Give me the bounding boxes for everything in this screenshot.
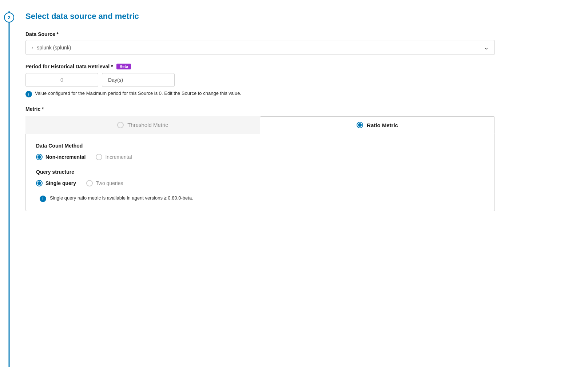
metric-content-box: Data Count Method Non-incremental Increm… bbox=[25, 134, 495, 211]
data-source-value: splunk (splunk) bbox=[37, 45, 71, 51]
data-count-method-group: Non-incremental Incremental bbox=[36, 154, 484, 160]
period-number-input[interactable] bbox=[25, 73, 98, 87]
data-source-section: Data Source * › splunk (splunk) ⌄ bbox=[25, 31, 495, 55]
query-structure-group: Single query Two queries bbox=[36, 180, 484, 186]
period-info-text: Value configured for the Maximum period … bbox=[35, 91, 241, 96]
two-queries-option[interactable]: Two queries bbox=[86, 180, 123, 186]
step-circle: 2 bbox=[4, 12, 14, 23]
period-label: Period for Historical Data Retrieval * bbox=[25, 64, 113, 69]
period-info-row: i Value configured for the Maximum perio… bbox=[25, 91, 495, 97]
query-info-icon: i bbox=[40, 196, 46, 202]
period-info-icon: i bbox=[25, 91, 32, 97]
vertical-line bbox=[9, 11, 10, 367]
single-query-option[interactable]: Single query bbox=[36, 180, 76, 186]
tab-ratio-metric[interactable]: Ratio Metric bbox=[260, 116, 495, 134]
splunk-chevron-icon: › bbox=[32, 45, 33, 50]
left-rail: 2 bbox=[0, 11, 18, 367]
incremental-option[interactable]: Incremental bbox=[96, 154, 132, 160]
section-title: Select data source and metric bbox=[25, 11, 495, 21]
ratio-radio-inner bbox=[358, 123, 362, 127]
threshold-radio-outer bbox=[117, 122, 124, 128]
data-count-method-title: Data Count Method bbox=[36, 143, 484, 149]
main-content: Select data source and metric Data Sourc… bbox=[18, 11, 509, 367]
dropdown-chevron-icon: ⌄ bbox=[484, 44, 489, 51]
single-query-radio-outer bbox=[36, 180, 43, 186]
metric-label: Metric * bbox=[25, 106, 495, 112]
query-info-text: Single query ratio metric is available i… bbox=[50, 195, 193, 201]
metric-tabs: Threshold Metric Ratio Metric bbox=[25, 116, 495, 134]
data-source-select[interactable]: › splunk (splunk) ⌄ bbox=[25, 40, 495, 55]
period-header: Period for Historical Data Retrieval * B… bbox=[25, 64, 495, 69]
single-query-label: Single query bbox=[45, 180, 76, 186]
threshold-tab-label: Threshold Metric bbox=[127, 122, 168, 128]
period-inputs bbox=[25, 73, 495, 87]
select-box-left: › splunk (splunk) bbox=[32, 45, 71, 51]
query-info-row: i Single query ratio metric is available… bbox=[36, 195, 484, 202]
two-queries-label: Two queries bbox=[96, 180, 123, 186]
ratio-radio-outer bbox=[357, 122, 363, 128]
metric-section: Metric * Threshold Metric Ratio Metric bbox=[25, 106, 495, 211]
tab-threshold-metric[interactable]: Threshold Metric bbox=[25, 116, 260, 134]
period-unit-input[interactable] bbox=[102, 73, 175, 87]
non-incremental-radio-outer bbox=[36, 154, 43, 160]
beta-badge: Beta bbox=[116, 64, 131, 69]
two-queries-radio-outer bbox=[86, 180, 93, 186]
query-structure-title: Query structure bbox=[36, 169, 484, 175]
period-section: Period for Historical Data Retrieval * B… bbox=[25, 64, 495, 97]
ratio-tab-label: Ratio Metric bbox=[367, 122, 398, 128]
single-query-radio-inner bbox=[37, 181, 41, 185]
non-incremental-option[interactable]: Non-incremental bbox=[36, 154, 86, 160]
page-wrapper: 2 Select data source and metric Data Sou… bbox=[0, 0, 588, 378]
non-incremental-radio-inner bbox=[37, 155, 41, 159]
data-source-label: Data Source * bbox=[25, 31, 495, 37]
incremental-label: Incremental bbox=[105, 154, 132, 160]
incremental-radio-outer bbox=[96, 154, 102, 160]
non-incremental-label: Non-incremental bbox=[45, 154, 86, 160]
